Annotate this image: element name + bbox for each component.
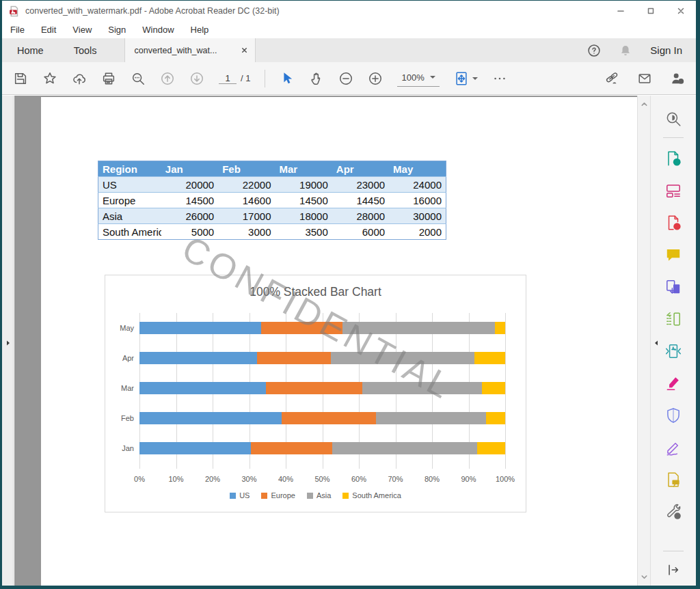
value-cell: 6000 <box>332 224 389 240</box>
tool-combine-files[interactable] <box>660 271 687 303</box>
stacked-bar-chart: 100% Stacked Bar Chart MayAprMarFebJan 0… <box>105 275 526 512</box>
tools-sidebar <box>651 96 696 586</box>
value-cell: 16000 <box>389 193 446 208</box>
tool-fill-sign[interactable] <box>660 431 687 463</box>
search-tools-icon <box>664 110 682 128</box>
zoom-level-dropdown[interactable]: 100% <box>397 70 439 87</box>
dropdown-caret-icon <box>472 77 478 83</box>
open-tools-pane-button[interactable] <box>666 562 681 577</box>
save-button[interactable] <box>13 71 28 86</box>
collapse-tools-pane-arrow[interactable] <box>652 338 660 348</box>
value-cell: 3000 <box>218 224 275 240</box>
tool-more-tools[interactable] <box>660 495 687 528</box>
page-fit-dropdown[interactable] <box>454 71 478 86</box>
tool-search-tools[interactable] <box>660 102 687 135</box>
minimize-button[interactable] <box>606 1 636 21</box>
comment-icon <box>664 246 682 264</box>
acrobat-pdf-icon <box>8 5 20 17</box>
share-link-button[interactable] <box>604 71 619 86</box>
legend-label: South America <box>352 491 401 499</box>
tab-home[interactable]: Home <box>2 38 59 62</box>
tool-edit-pdf[interactable] <box>660 174 687 206</box>
document-area: RegionJanFebMarAprMayUS20000220001900023… <box>14 96 637 586</box>
tool-send-comments[interactable] <box>660 463 687 495</box>
value-cell: 26000 <box>161 208 218 224</box>
value-cell: 23000 <box>332 177 389 193</box>
tab-bar-right: Sign In <box>587 38 696 62</box>
legend-item: Europe <box>261 491 295 499</box>
scroll-up-icon[interactable] <box>640 100 649 109</box>
tool-protect[interactable] <box>660 399 687 431</box>
hand-tool-button[interactable] <box>309 71 324 86</box>
bar-segment-europe <box>257 352 331 364</box>
nav-pane-strip <box>2 96 14 586</box>
stacked-bar-mar <box>139 382 505 394</box>
close-button[interactable] <box>666 1 696 21</box>
send-comments-icon <box>664 471 682 489</box>
select-tool-button[interactable] <box>280 71 295 86</box>
legend-swatch-icon <box>261 493 267 499</box>
tab-document[interactable]: converted_with_wat... <box>124 38 256 62</box>
previous-page-button[interactable] <box>160 71 175 86</box>
tool-redact[interactable] <box>660 367 687 399</box>
table-header-cell: Region <box>98 161 161 177</box>
bar-segment-asia <box>376 412 486 424</box>
share-cloud-button[interactable] <box>72 71 87 86</box>
share-with-others-button[interactable] <box>670 71 685 86</box>
tool-organize-pages[interactable] <box>660 303 687 335</box>
tool-compress-pdf[interactable] <box>660 335 687 367</box>
region-cell: US <box>98 177 161 193</box>
chart-plot-area <box>139 313 505 469</box>
value-cell: 5000 <box>161 224 218 240</box>
star-favorite-button[interactable] <box>42 71 57 86</box>
bar-segment-asia <box>362 382 482 394</box>
tab-close-icon[interactable] <box>241 46 248 54</box>
x-axis-tick-label: 90% <box>452 475 486 483</box>
vertical-scrollbar[interactable] <box>637 96 651 586</box>
bar-segment-us <box>139 322 261 334</box>
combine-files-icon <box>664 278 682 296</box>
menu-view[interactable]: View <box>72 25 92 35</box>
zoom-out-button[interactable] <box>338 71 353 86</box>
menu-file[interactable]: File <box>10 25 25 35</box>
maximize-icon <box>646 6 656 16</box>
sign-in-button[interactable]: Sign In <box>650 44 682 56</box>
email-button[interactable] <box>637 71 652 86</box>
legend-label: Europe <box>271 491 295 499</box>
page-number-input[interactable] <box>219 73 237 84</box>
table-row: US2000022000190002300024000 <box>98 177 446 193</box>
legend-label: Asia <box>317 491 331 499</box>
table-row: Europe1450014600145001445016000 <box>98 193 446 208</box>
table-row: South America50003000350060002000 <box>98 224 446 240</box>
tab-tools[interactable]: Tools <box>59 38 112 62</box>
menu-window[interactable]: Window <box>142 25 174 35</box>
value-cell: 3500 <box>275 224 332 240</box>
tool-export-pdf[interactable] <box>660 142 687 174</box>
x-axis-tick-label: 100% <box>488 475 522 483</box>
maximize-button[interactable] <box>636 1 666 21</box>
menu-help[interactable]: Help <box>191 25 209 35</box>
menu-edit[interactable]: Edit <box>41 25 56 35</box>
bar-segment-south-america <box>486 412 505 424</box>
expand-nav-pane-arrow[interactable] <box>4 338 12 348</box>
menu-sign[interactable]: Sign <box>108 25 126 35</box>
stacked-bar-jan <box>139 442 505 454</box>
tool-comment[interactable] <box>660 238 687 271</box>
create-pdf-icon <box>664 214 682 232</box>
help-icon[interactable] <box>587 44 601 57</box>
legend-label: US <box>239 491 250 499</box>
zoom-in-button[interactable] <box>368 71 383 86</box>
bar-segment-asia <box>342 322 495 334</box>
table-header-cell: Mar <box>275 161 332 177</box>
x-axis-tick-label: 20% <box>196 475 230 483</box>
legend-item: Asia <box>307 491 331 499</box>
notifications-bell-icon[interactable] <box>619 44 632 57</box>
search-button[interactable] <box>131 71 146 86</box>
tool-create-pdf[interactable] <box>660 206 687 238</box>
next-page-button[interactable] <box>189 71 204 86</box>
more-options-button[interactable] <box>492 71 507 86</box>
scroll-down-icon[interactable] <box>640 573 649 581</box>
page-count-label: / 1 <box>241 73 250 83</box>
print-button[interactable] <box>101 71 116 86</box>
fit-page-icon <box>454 71 469 86</box>
